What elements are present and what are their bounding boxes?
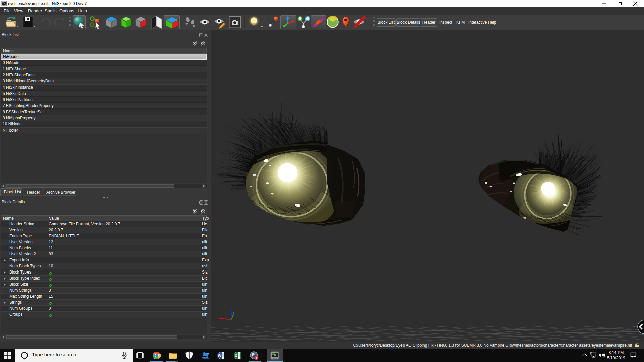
svg-text:W: W — [218, 354, 221, 358]
svg-text:X: X — [235, 354, 237, 358]
